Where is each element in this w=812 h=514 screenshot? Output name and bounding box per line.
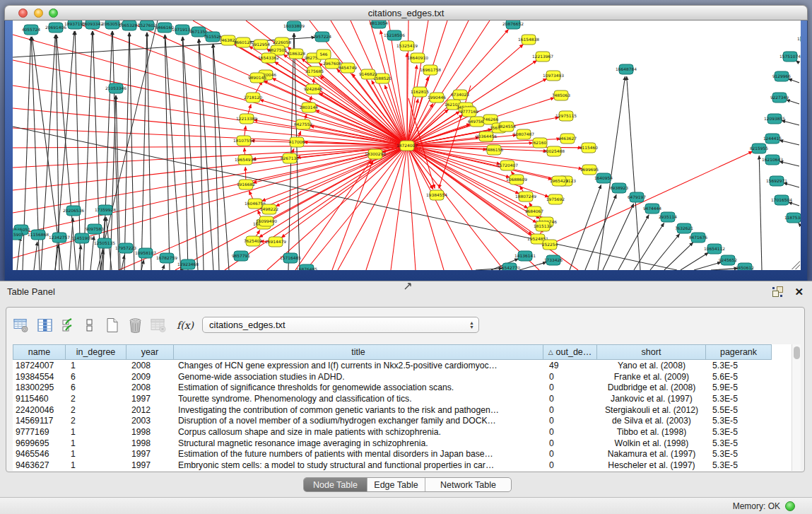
- graph-node[interactable]: 1733426: [544, 255, 563, 265]
- tab-node-table[interactable]: Node Table: [304, 478, 367, 491]
- graph-node[interactable]: 1916682: [237, 180, 255, 189]
- graph-node[interactable]: 1965423: [550, 176, 568, 186]
- graph-node[interactable]: 1498222: [260, 204, 278, 214]
- table-row[interactable]: 1830029562008Estimation of significance …: [13, 382, 772, 393]
- table-row[interactable]: 969969511998Structural magnetic resonanc…: [13, 438, 772, 449]
- graph-node[interactable]: 10025488: [543, 146, 565, 156]
- table-row[interactable]: 2242004622012Investigating the contribut…: [13, 404, 772, 416]
- graph-node[interactable]: 9129966: [772, 71, 791, 81]
- graph-node[interactable]: 10958107: [135, 248, 156, 258]
- resize-grip-icon[interactable]: [789, 259, 800, 269]
- graph-node[interactable]: 1975692: [546, 194, 565, 204]
- graph-node[interactable]: 12093855: [764, 114, 785, 124]
- graph-node[interactable]: 21053346: [105, 83, 126, 93]
- memory-status-indicator[interactable]: [785, 501, 795, 511]
- table-row[interactable]: 1938455462009Genome-wide association stu…: [13, 371, 772, 382]
- import-table-icon[interactable]: [151, 318, 167, 333]
- graph-node[interactable]: 8427552: [294, 119, 312, 129]
- float-panel-icon[interactable]: [772, 286, 783, 297]
- graph-node[interactable]: 12505135: [94, 238, 115, 248]
- graph-node[interactable]: 9146821: [359, 69, 377, 79]
- graph-node[interactable]: 8813054: [370, 21, 388, 28]
- graph-node[interactable]: 16210643: [762, 155, 783, 165]
- graph-node[interactable]: 8454749: [339, 63, 357, 73]
- graph-node[interactable]: 8938923: [610, 183, 628, 193]
- graph-node[interactable]: 10807487: [513, 129, 534, 139]
- graph-node[interactable]: 1640954: [594, 173, 613, 183]
- column-header-pagerank[interactable]: pagerank: [706, 344, 772, 360]
- graph-node[interactable]: 9245652: [719, 255, 737, 265]
- column-header-in_degree[interactable]: in_degree: [66, 344, 126, 360]
- graph-node[interactable]: 9857791: [232, 251, 250, 261]
- graph-node[interactable]: 15325419: [396, 41, 418, 51]
- delete-table-icon[interactable]: [128, 317, 143, 333]
- graph-node[interactable]: 16961758: [420, 65, 441, 75]
- graph-node[interactable]: 18300295: [365, 149, 386, 159]
- graph-node[interactable]: 417006: [289, 137, 305, 147]
- graph-node[interactable]: 7957224: [313, 32, 331, 42]
- graph-node[interactable]: 9777169: [460, 107, 478, 117]
- column-settings-icon[interactable]: [37, 318, 53, 333]
- graph-node[interactable]: 62160: [533, 138, 547, 148]
- graph-node[interactable]: 8471676: [689, 233, 707, 243]
- graph-node[interactable]: 15218506: [384, 30, 405, 40]
- graph-node[interactable]: 9115460: [579, 143, 598, 153]
- graph-node[interactable]: 9699695: [580, 165, 599, 175]
- graph-node[interactable]: 15716485: [280, 253, 301, 263]
- graph-node[interactable]: 8267130: [281, 153, 299, 163]
- graph-node[interactable]: 1815132: [534, 221, 552, 231]
- graph-node[interactable]: 12213967: [532, 52, 553, 62]
- tab-network-table[interactable]: Network Table: [425, 478, 511, 491]
- graph-node[interactable]: 1244415: [763, 134, 782, 144]
- graph-node[interactable]: 7485063: [552, 90, 570, 100]
- graph-node[interactable]: 7632621: [675, 223, 693, 233]
- graph-node[interactable]: 2803144: [300, 103, 318, 112]
- graph-node[interactable]: 4055724: [22, 25, 40, 35]
- graph-node[interactable]: 16782759: [156, 253, 177, 263]
- graph-node[interactable]: 20691406: [45, 23, 66, 33]
- graph-node[interactable]: 8660128: [234, 37, 252, 47]
- graph-node[interactable]: 9242848: [304, 84, 322, 94]
- graph-node[interactable]: 16093342: [82, 21, 103, 29]
- graph-node[interactable]: 11451909: [71, 233, 93, 243]
- graph-node[interactable]: 15692971: [766, 176, 787, 186]
- graph-node[interactable]: 252254: [542, 240, 558, 250]
- graph-node[interactable]: 15751074: [779, 52, 801, 62]
- network-window-titlebar[interactable]: citations_edges.txt: [4, 5, 808, 21]
- scrollbar-thumb[interactable]: [794, 346, 800, 359]
- graph-node[interactable]: 11173056: [797, 34, 801, 44]
- graph-node[interactable]: 16648784: [616, 64, 637, 74]
- graph-node[interactable]: 9450612: [736, 263, 754, 270]
- close-panel-icon[interactable]: ✕: [794, 286, 804, 297]
- graph-node[interactable]: 546: [317, 49, 331, 59]
- graph-node[interactable]: 3175685: [305, 66, 324, 76]
- vertical-scrollbar[interactable]: [792, 344, 801, 471]
- graph-node[interactable]: 2718120: [244, 93, 262, 103]
- graph-node[interactable]: 2935114: [659, 212, 677, 222]
- column-header-year[interactable]: year: [126, 344, 174, 360]
- graph-node[interactable]: 16154838: [518, 35, 539, 45]
- graph-node[interactable]: 1187534: [784, 213, 801, 223]
- graph-node[interactable]: 17016504: [771, 195, 792, 205]
- graph-node[interactable]: 16914479: [265, 237, 286, 247]
- column-header-title[interactable]: title: [174, 344, 543, 360]
- graph-node[interactable]: 7625402: [244, 236, 262, 246]
- graph-node[interactable]: 1527602: [138, 21, 156, 30]
- table-row[interactable]: 946362711997Embryonic stem cells: a mode…: [13, 460, 772, 471]
- row-height-icon[interactable]: [86, 318, 94, 333]
- graph-node[interactable]: 16033809: [283, 21, 305, 31]
- graph-node[interactable]: 10654112: [704, 244, 725, 254]
- graph-node[interactable]: 12975115: [555, 111, 577, 121]
- graph-node[interactable]: 6479197: [628, 192, 646, 202]
- network-canvas[interactable]: 4055724206914061893719516093342206305161…: [13, 21, 801, 270]
- graph-node[interactable]: 16542770: [499, 263, 520, 270]
- graph-node[interactable]: 1162815: [411, 87, 429, 97]
- graph-node[interactable]: 9097583: [86, 224, 104, 234]
- column-header-out_de[interactable]: △out_de…: [543, 344, 597, 360]
- tab-edge-table[interactable]: Edge Table: [367, 478, 425, 491]
- graph-node[interactable]: 20876652: [502, 21, 524, 29]
- table-row[interactable]: 1456911722003Disruption of a novel membe…: [13, 415, 772, 426]
- function-builder-icon[interactable]: f(x): [177, 320, 194, 331]
- table-row[interactable]: 977716911998Corpus callosum shape and si…: [13, 426, 772, 438]
- graph-node[interactable]: 8215955: [750, 144, 768, 153]
